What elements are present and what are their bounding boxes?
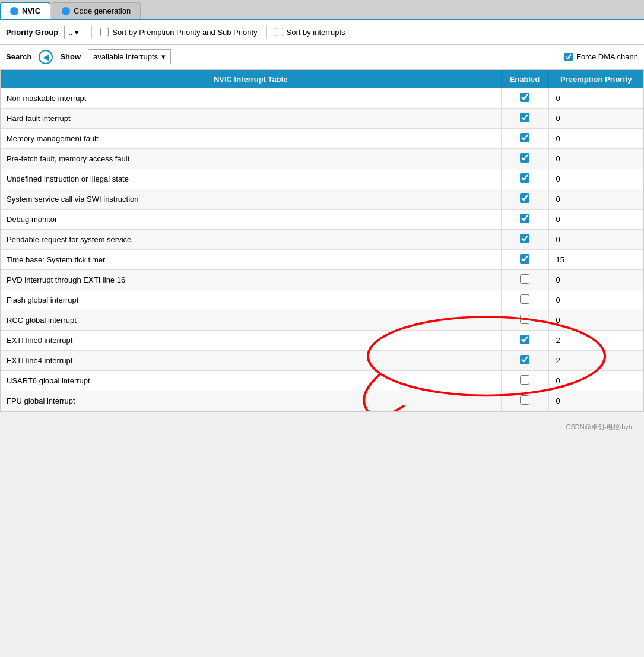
interrupt-enabled-cell[interactable] — [501, 88, 548, 109]
interrupt-enabled-cell[interactable] — [501, 250, 548, 270]
interrupt-name-cell: Pendable request for system service — [1, 230, 501, 250]
search-label: Search — [6, 52, 31, 61]
table-row: Undefined instruction or illegal state0 — [1, 169, 643, 189]
interrupt-enabled-cell[interactable] — [501, 290, 548, 310]
interrupt-enabled-checkbox[interactable] — [520, 113, 529, 122]
interrupt-enabled-checkbox[interactable] — [520, 254, 529, 264]
sort-interrupts-checkbox-label[interactable]: Sort by interrupts — [275, 28, 345, 37]
table-row: Memory management fault0 — [1, 129, 643, 149]
interrupt-priority-cell: 0 — [548, 391, 643, 411]
tab-code-gen-label: Code generation — [74, 7, 131, 15]
interrupt-enabled-checkbox[interactable] — [520, 294, 529, 304]
interrupt-enabled-checkbox[interactable] — [520, 93, 529, 102]
table-row: Flash global interrupt0 — [1, 290, 643, 310]
tab-nvic-label: NVIC — [22, 7, 40, 15]
col-header-enabled: Enabled — [501, 70, 548, 88]
force-dma-checkbox[interactable] — [564, 53, 573, 61]
table-row: Non maskable interrupt0 — [1, 88, 643, 109]
interrupt-name-cell: EXTI line4 interrupt — [1, 351, 501, 371]
interrupt-enabled-checkbox[interactable] — [520, 173, 529, 183]
interrupt-priority-cell: 0 — [548, 270, 643, 290]
interrupt-enabled-cell[interactable] — [501, 210, 548, 230]
interrupt-name-cell: Pre-fetch fault, memory access fault — [1, 149, 501, 169]
interrupt-enabled-checkbox[interactable] — [520, 375, 529, 385]
table-row: EXTI line0 interrupt2 — [1, 331, 643, 351]
table-row: Hard fault interrupt0 — [1, 109, 643, 129]
table-row: System service call via SWI instruction0 — [1, 189, 643, 210]
interrupt-enabled-checkbox[interactable] — [520, 335, 529, 344]
interrupt-priority-cell: 0 — [548, 371, 643, 391]
table-row: FPU global interrupt0 — [1, 391, 643, 411]
priority-group-label: Priority Group — [6, 28, 58, 37]
table-row: PVD interrupt through EXTI line 160 — [1, 270, 643, 290]
interrupt-enabled-cell[interactable] — [501, 351, 548, 371]
interrupt-priority-cell: 0 — [548, 189, 643, 210]
interrupt-enabled-checkbox[interactable] — [520, 153, 529, 163]
interrupt-enabled-cell[interactable] — [501, 230, 548, 250]
sort-interrupts-label: Sort by interrupts — [287, 28, 345, 37]
interrupt-priority-cell: 15 — [548, 250, 643, 270]
interrupt-enabled-checkbox[interactable] — [520, 395, 529, 405]
table-row: EXTI line4 interrupt2 — [1, 351, 643, 371]
separator-2 — [266, 25, 267, 39]
interrupt-enabled-cell[interactable] — [501, 391, 548, 411]
show-label: Show — [60, 52, 81, 61]
sort-preemption-label: Sort by Premption Priority and Sub Prior… — [112, 28, 257, 37]
interrupt-enabled-cell[interactable] — [501, 189, 548, 210]
table-wrapper: NVIC Interrupt Table Enabled Preemption … — [0, 69, 644, 412]
show-value: available interrupts — [93, 52, 158, 61]
nvic-interrupt-table: NVIC Interrupt Table Enabled Preemption … — [1, 70, 643, 411]
interrupt-priority-cell: 0 — [548, 88, 643, 109]
interrupt-enabled-cell[interactable] — [501, 310, 548, 331]
force-dma-label[interactable]: Force DMA chann — [564, 52, 638, 61]
sort-interrupts-checkbox[interactable] — [275, 28, 283, 36]
interrupt-name-cell: USART6 global interrupt — [1, 371, 501, 391]
tabs-bar: NVIC Code generation — [0, 0, 644, 20]
interrupt-name-cell: Flash global interrupt — [1, 290, 501, 310]
interrupt-name-cell: EXTI line0 interrupt — [1, 331, 501, 351]
priority-group-dropdown[interactable]: .. ▾ — [64, 26, 83, 39]
table-row: USART6 global interrupt0 — [1, 371, 643, 391]
table-row: Pendable request for system service0 — [1, 230, 643, 250]
interrupt-enabled-checkbox[interactable] — [520, 133, 529, 142]
table-row: Time base: System tick timer15 — [1, 250, 643, 270]
interrupt-enabled-cell[interactable] — [501, 129, 548, 149]
interrupt-name-cell: RCC global interrupt — [1, 310, 501, 331]
interrupt-enabled-checkbox[interactable] — [520, 315, 529, 324]
watermark-text: CSDN@卓创-电控-hyb — [566, 423, 632, 430]
interrupt-name-cell: Debug monitor — [1, 210, 501, 230]
back-button[interactable]: ◀ — [39, 50, 53, 64]
show-dropdown[interactable]: available interrupts ▾ — [88, 49, 171, 64]
search-row: Search ◀ Show available interrupts ▾ For… — [0, 45, 644, 69]
show-dropdown-arrow-icon: ▾ — [161, 52, 166, 61]
interrupt-enabled-checkbox[interactable] — [520, 234, 529, 243]
sort-preemption-checkbox-label[interactable]: Sort by Premption Priority and Sub Prior… — [100, 28, 257, 37]
interrupt-enabled-cell[interactable] — [501, 169, 548, 189]
force-dma-text: Force DMA chann — [576, 52, 638, 61]
interrupt-enabled-cell[interactable] — [501, 149, 548, 169]
tab-code-generation[interactable]: Code generation — [52, 2, 141, 19]
tab-dot-nvic — [10, 7, 18, 15]
interrupt-enabled-checkbox[interactable] — [520, 214, 529, 223]
interrupt-enabled-cell[interactable] — [501, 270, 548, 290]
interrupt-enabled-checkbox[interactable] — [520, 274, 529, 284]
interrupt-name-cell: Time base: System tick timer — [1, 250, 501, 270]
interrupt-enabled-cell[interactable] — [501, 331, 548, 351]
interrupt-name-cell: PVD interrupt through EXTI line 16 — [1, 270, 501, 290]
interrupt-enabled-checkbox[interactable] — [520, 193, 529, 203]
table-row: RCC global interrupt0 — [1, 310, 643, 331]
table-row: Pre-fetch fault, memory access fault0 — [1, 149, 643, 169]
interrupt-priority-cell: 0 — [548, 149, 643, 169]
footer: CSDN@卓创-电控-hyb — [0, 417, 644, 437]
interrupt-priority-cell: 2 — [548, 351, 643, 371]
interrupt-priority-cell: 0 — [548, 210, 643, 230]
interrupt-enabled-cell[interactable] — [501, 109, 548, 129]
interrupt-priority-cell: 0 — [548, 310, 643, 331]
interrupt-priority-cell: 0 — [548, 109, 643, 129]
interrupt-name-cell: Hard fault interrupt — [1, 109, 501, 129]
sort-preemption-checkbox[interactable] — [100, 28, 109, 36]
tab-nvic[interactable]: NVIC — [0, 2, 50, 19]
interrupt-enabled-checkbox[interactable] — [520, 355, 529, 364]
tab-dot-code-gen — [62, 7, 70, 15]
interrupt-enabled-cell[interactable] — [501, 371, 548, 391]
